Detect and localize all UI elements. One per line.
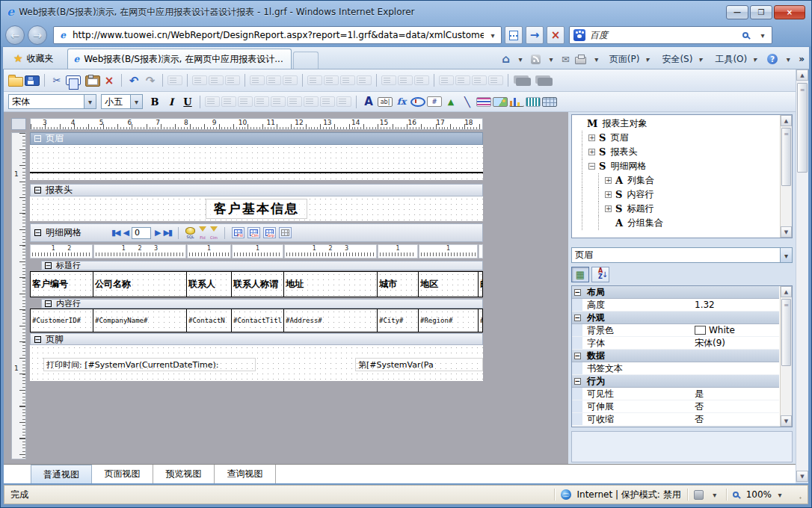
band-header-detail-grid[interactable]: − 明细网格 ▮◀ ◀ 0 ▶ ▶▮ SQL Fld Clm F [30, 223, 483, 242]
text-align-middle-center-button[interactable] [271, 96, 286, 107]
text-align-middle-right-button[interactable] [287, 96, 302, 107]
view-tab[interactable]: 普通视图 [31, 465, 92, 483]
close-button[interactable]: × [774, 5, 805, 19]
collapse-icon[interactable]: − [45, 300, 52, 307]
first-record-button[interactable]: ▮◀ [111, 228, 120, 238]
property-row[interactable]: 字体 宋体(9) [572, 337, 779, 350]
header-cell[interactable]: 联系人 [187, 272, 232, 297]
property-row[interactable]: − 外观 [572, 312, 779, 324]
field-cell[interactable]: #ContactN [187, 309, 232, 332]
grid-editor-button[interactable] [279, 227, 292, 238]
text-align-top-right-button[interactable] [238, 96, 253, 107]
property-row[interactable]: 可收缩 否 [572, 413, 779, 426]
report-header-area[interactable]: 客户基本信息 [30, 196, 483, 221]
text-align-middle-left-button[interactable] [254, 96, 269, 107]
home-icon[interactable] [502, 52, 510, 66]
column-editor-button[interactable]: Clm [210, 226, 218, 240]
report-title-label[interactable]: 客户基本信息 [206, 199, 307, 219]
property-row[interactable]: 书签文本 [572, 362, 779, 375]
property-value[interactable]: White [692, 325, 779, 335]
collapse-icon[interactable]: − [34, 187, 41, 193]
image-button[interactable] [493, 97, 508, 107]
smartscreen-caret-icon[interactable] [710, 489, 720, 500]
minimize-button[interactable]: — [726, 5, 748, 19]
help-icon[interactable]: ? [767, 54, 778, 64]
search-input[interactable]: 百度 [590, 29, 738, 42]
field-cell[interactable]: #CompanyName# [93, 309, 187, 332]
font-size-select[interactable]: 小五 [101, 94, 143, 109]
view-tab[interactable]: 查询视图 [215, 465, 276, 483]
header-cell[interactable]: 邮 [479, 272, 483, 297]
text-align-bottom-left-button[interactable] [304, 96, 319, 107]
collapse-icon[interactable]: − [574, 289, 581, 296]
tree-item[interactable]: − S 明细网格 [572, 159, 779, 173]
collapse-icon[interactable]: − [34, 229, 41, 236]
property-value[interactable]: 宋体(9) [692, 337, 779, 350]
tree-toggle-icon[interactable]: + [605, 191, 612, 198]
search-dropdown-caret-icon[interactable] [757, 30, 768, 40]
copy-button[interactable] [66, 75, 81, 85]
last-record-button[interactable]: ▶▮ [163, 228, 171, 238]
tree-item[interactable]: + A 列集合 [572, 173, 779, 188]
field-cell[interactable]: # [479, 309, 483, 332]
label-control-button[interactable]: ab| [378, 97, 393, 107]
system-var-button[interactable] [410, 97, 425, 107]
property-value[interactable]: 是 [692, 388, 779, 400]
tree-item[interactable]: + S 内容行 [572, 188, 779, 202]
favorites-button[interactable]: 收藏夹 [6, 49, 61, 67]
property-row[interactable]: 背景色 White [572, 324, 779, 337]
space-across-decrease-button[interactable] [414, 75, 429, 85]
italic-button[interactable]: I [164, 94, 179, 109]
resize-grip[interactable] [793, 490, 802, 499]
object-selector-caret-icon[interactable] [780, 248, 792, 262]
paste-button[interactable] [85, 75, 100, 87]
font-color-button[interactable]: A [361, 94, 376, 109]
design-canvas[interactable]: 3456789101112131415161718 11 − 页眉 − 报表头 … [4, 112, 568, 464]
command-menu-button[interactable]: 工具(O) [713, 52, 762, 67]
bold-button[interactable]: B [147, 94, 162, 109]
zoom-control[interactable]: 100% [733, 489, 785, 500]
chart-button[interactable] [509, 97, 524, 107]
barcode-button[interactable] [526, 97, 541, 107]
align-top-button[interactable] [250, 75, 265, 85]
scroll-up-icon[interactable]: ▲ [781, 115, 792, 126]
font-size-caret-icon[interactable] [130, 95, 142, 108]
page-number-button[interactable]: # [427, 96, 442, 107]
font-family-select[interactable]: 宋体 [8, 94, 96, 109]
field-editor-button[interactable]: Fld [199, 226, 206, 240]
save-button[interactable] [25, 75, 40, 86]
scrollbar-thumb[interactable] [781, 299, 791, 366]
smartscreen-icon[interactable] [694, 490, 704, 500]
collapse-icon[interactable]: − [574, 315, 581, 321]
collapse-icon[interactable]: − [34, 336, 41, 343]
make-same-width-button[interactable] [307, 75, 322, 85]
snap-to-grid-button[interactable] [167, 75, 182, 85]
tree-toggle-icon[interactable]: + [588, 134, 595, 141]
field-cell[interactable]: #CustomerID# [30, 309, 93, 332]
horizontal-line-element[interactable] [30, 172, 483, 173]
home-caret-icon[interactable] [515, 54, 526, 64]
field-cell[interactable]: #Region# [419, 309, 479, 332]
property-row[interactable]: − 数据 [572, 350, 779, 362]
print-time-field[interactable]: 打印时间: [#SystemVar(CurrentDateTime): [43, 358, 256, 371]
title-bar[interactable]: e Web报表(B/S报表)演示, 在网页中应用报表设计器设计报表 - 1l.g… [1, 1, 811, 23]
field-cell[interactable]: #City# [378, 309, 419, 332]
property-row[interactable]: 可伸展 否 [572, 400, 779, 413]
make-same-height-button[interactable] [324, 75, 339, 85]
scrollbar-thumb[interactable] [797, 83, 808, 173]
band-header-report-header[interactable]: − 报表头 [30, 184, 483, 196]
tree-scrollbar[interactable]: ▲ ▼ [780, 115, 792, 238]
space-across-increase-button[interactable] [398, 75, 413, 85]
rss-feed-icon[interactable] [531, 55, 541, 64]
view-tab[interactable]: 预览视图 [153, 465, 215, 483]
tree-toggle-icon[interactable]: + [605, 205, 612, 212]
text-align-bottom-right-button[interactable] [336, 96, 351, 107]
address-bar[interactable]: e http://www.tuowei.cn/WebReport/DesignR… [53, 26, 502, 44]
align-middle-button[interactable] [266, 75, 281, 85]
previous-record-button[interactable]: ◀ [123, 228, 128, 238]
object-selector[interactable]: 页眉 [571, 247, 793, 263]
categorized-button[interactable]: ▦ [571, 267, 589, 282]
grid-editor-button[interactable]: Clm [247, 227, 260, 238]
text-align-top-center-button[interactable] [221, 96, 236, 107]
page-header-area[interactable] [30, 145, 483, 180]
